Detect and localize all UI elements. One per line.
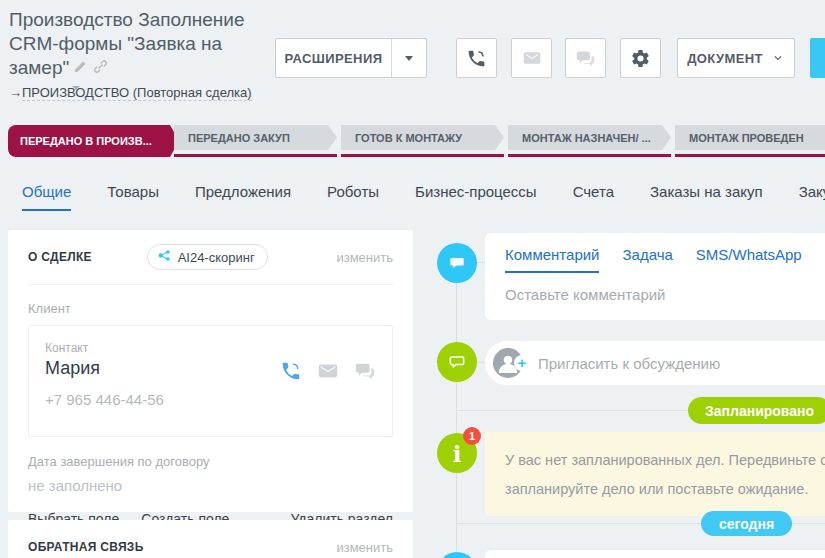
stage-peredano-zakup[interactable]: ПЕРЕДАНО ЗАКУП: [174, 125, 337, 157]
stage-underline: [341, 154, 504, 157]
contract-date-label: Дата завершения по договору: [28, 454, 393, 469]
timeline-composer: Комментарий Задача SMS/WhatsApp Пис Оста…: [485, 233, 825, 320]
extensions-dropdown-button[interactable]: [391, 39, 426, 77]
crm-deal-page: Производство Заполнение CRM-формы "Заявк…: [0, 0, 825, 558]
email-button[interactable]: [511, 38, 552, 78]
pipeline-caret-icon: [72, 86, 80, 90]
stage-label: ГОТОВ К МОНТАЖУ: [341, 125, 504, 150]
stage-bar: ПЕРЕДАНО В ПРОИЗВ... ПЕРЕДАНО ЗАКУП ГОТО…: [8, 125, 825, 157]
divider: [28, 284, 393, 285]
ai-scoring-badge[interactable]: AI24-скоринг: [147, 244, 268, 270]
stage-label: МОНТАЖ НАЗНАЧЕН/ ...: [508, 125, 671, 150]
edit-deal-link[interactable]: изменить: [336, 250, 393, 265]
timeline-entry-icon: [437, 552, 477, 558]
discussion-stream-icon: [437, 342, 477, 382]
tab-biznes-processy[interactable]: Бизнес-процессы: [415, 183, 537, 211]
document-button-label: ДОКУМЕНТ: [687, 51, 763, 66]
extensions-button[interactable]: РАСШИРЕНИЯ: [275, 38, 427, 78]
stage-montazh-proveden[interactable]: МОНТАЖ ПРОВЕДЕН: [675, 125, 825, 157]
tab-predlozheniya[interactable]: Предложения: [195, 183, 291, 211]
chat-bubbles-icon: [575, 48, 596, 69]
edit-feedback-link[interactable]: изменить: [336, 540, 393, 555]
messenger-button[interactable]: [565, 38, 606, 78]
pipeline-selector[interactable]: →ПРОИЗВОДСТВО (Повторная сделка): [9, 83, 271, 102]
document-button[interactable]: ДОКУМЕНТ: [677, 38, 795, 78]
speech-bubble-outline-icon: [447, 352, 467, 372]
stage-underline: [508, 154, 671, 157]
notification-count-badge: 1: [463, 427, 481, 445]
call-button[interactable]: [456, 38, 497, 78]
planned-section-badge: Запланировано: [688, 397, 825, 424]
tab-roboty[interactable]: Роботы: [327, 183, 379, 211]
info-icon: i: [453, 442, 462, 465]
ai-scoring-label: AI24-скоринг: [178, 250, 255, 265]
stage-peredano-v-proizvodstvo[interactable]: ПЕРЕДАНО В ПРОИЗВ...: [8, 125, 170, 157]
tab-zakazy-na-zakup[interactable]: Заказы на закуп: [650, 183, 763, 211]
invite-to-discussion-button[interactable]: + Пригласить к обсуждению: [485, 341, 825, 385]
no-planned-activities-notice: У вас нет запланированных дел. Передвинь…: [485, 432, 825, 516]
pipeline-arrow: →: [9, 85, 22, 100]
contact-email-icon[interactable]: [317, 360, 339, 386]
molecule-icon: [157, 248, 172, 266]
notice-text-line1: У вас нет запланированных дел. Передвинь…: [505, 446, 825, 475]
comment-stream-icon: [437, 243, 477, 283]
stage-montazh-naznachen[interactable]: МОНТАЖ НАЗНАЧЕН/ ...: [508, 125, 671, 157]
contact-chat-icon[interactable]: [354, 360, 376, 386]
timeline-entry-card: [485, 550, 825, 558]
stage-underline: [675, 154, 825, 157]
primary-action-button[interactable]: [810, 38, 825, 78]
tab-scheta[interactable]: Счета: [573, 183, 614, 211]
envelope-icon: [522, 48, 542, 68]
stage-label: ПЕРЕДАНО В ПРОИЗВ...: [20, 135, 152, 147]
caret-down-icon: [405, 56, 413, 61]
add-user-plus-icon: +: [514, 355, 530, 371]
stage-gotov-k-montazhu[interactable]: ГОТОВ К МОНТАЖУ: [341, 125, 504, 157]
contact-call-icon[interactable]: [280, 360, 302, 386]
title-block: Производство Заполнение CRM-формы "Заявк…: [9, 8, 271, 102]
composer-tab-sms-whatsapp[interactable]: SMS/WhatsApp: [696, 246, 802, 273]
contact-type-label: Контакт: [45, 341, 376, 355]
comment-input[interactable]: Оставьте комментарий: [505, 286, 825, 303]
contact-phone-value: +7 965 446-44-56: [45, 391, 376, 408]
gear-icon: [630, 48, 651, 69]
composer-tab-task[interactable]: Задача: [622, 246, 672, 273]
tab-tovary[interactable]: Товары: [107, 183, 159, 211]
invite-to-discussion-label: Пригласить к обсуждению: [538, 355, 720, 372]
client-field-label: Клиент: [28, 301, 393, 316]
stage-label: ПЕРЕДАНО ЗАКУП: [174, 125, 337, 150]
settings-button[interactable]: [620, 38, 661, 78]
feedback-card-title: ОБРАТНАЯ СВЯЗЬ: [28, 540, 144, 554]
composer-tab-comment[interactable]: Комментарий: [505, 246, 599, 273]
deal-card-title: О СДЕЛКЕ: [28, 250, 92, 264]
extensions-button-label: РАСШИРЕНИЯ: [276, 51, 391, 66]
today-date-badge: сегодня: [701, 511, 792, 536]
edit-title-icon[interactable]: [73, 56, 87, 80]
deal-tabs: Общие Товары Предложения Роботы Бизнес-п…: [22, 183, 825, 211]
chevron-down-icon: [771, 51, 785, 65]
phone-icon: [466, 48, 487, 69]
tab-zakup[interactable]: Закуп: [799, 183, 825, 211]
copy-link-icon[interactable]: [93, 56, 108, 80]
page-title-text: Производство Заполнение CRM-формы "Заявк…: [9, 9, 244, 78]
page-title: Производство Заполнение CRM-формы "Заявк…: [9, 8, 271, 80]
stage-underline: [174, 154, 337, 157]
contract-date-value: не заполнено: [28, 477, 393, 494]
feedback-card: ОБРАТНАЯ СВЯЗЬ изменить: [8, 520, 413, 558]
tab-obschie[interactable]: Общие: [22, 183, 71, 211]
speech-bubble-icon: [447, 253, 467, 273]
notice-text-line2: запланируйте дело или поставьте ожидание…: [505, 475, 825, 504]
pipeline-selector-label: ПРОИЗВОДСТВО (Повторная сделка): [22, 85, 252, 101]
deal-info-card: О СДЕЛКЕ AI24-скоринг изменить Клиент Ко…: [8, 230, 413, 512]
stage-label: МОНТАЖ ПРОВЕДЕН: [675, 125, 825, 150]
contact-card: Контакт Мария +7 965 446-44-56: [28, 325, 393, 437]
